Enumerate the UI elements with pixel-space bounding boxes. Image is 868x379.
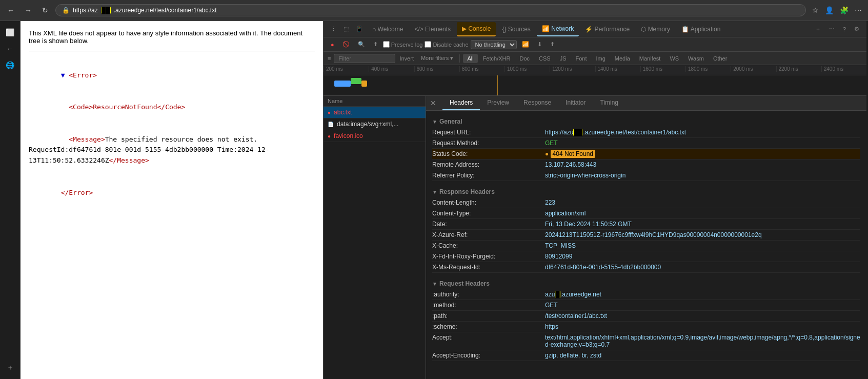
throttle-select[interactable]: No throttling (471, 40, 517, 49)
tab-network[interactable]: 📶 Network (537, 22, 579, 36)
detail-row-req-method: :method: GET (432, 300, 860, 311)
tab-memory[interactable]: ⬡ Memory (636, 23, 675, 36)
bookmark-button[interactable]: ☆ (810, 4, 821, 16)
browser-chrome: ← → ↻ 🔒 https://az██.azureedge.net/test/… (0, 0, 868, 21)
detail-value-content-length: 223 (545, 199, 555, 206)
detail-value-date: Fri, 13 Dec 2024 11:50:52 GMT (545, 221, 632, 228)
close-details-button[interactable]: ✕ (426, 97, 440, 109)
filter-tab-css[interactable]: CSS (535, 54, 555, 63)
filter-icon: ≡ (328, 55, 331, 62)
more-button[interactable]: ⋯ (853, 4, 864, 16)
forward-button[interactable]: → (22, 4, 35, 16)
help-button[interactable]: ? (840, 23, 849, 35)
toolbar-actions: ☆ 👤 🧩 ⋯ (810, 4, 864, 16)
details-tab-headers[interactable]: Headers (442, 96, 480, 110)
detail-row-x-azure-ref: X-Azure-Ref: 20241213T115051Z-r19676c9ff… (432, 230, 860, 241)
sidebar-tabs-icon[interactable]: ⬜ (3, 25, 17, 39)
browser-sidebar: ⬜ ← 🌐 ＋ (0, 21, 21, 379)
profile-button[interactable]: 👤 (823, 4, 836, 16)
preserve-log-checkbox[interactable]: Preserve log (383, 41, 423, 48)
detail-row-referrer: Referrer Policy: strict-origin-when-cros… (432, 170, 860, 181)
record-button[interactable]: ● (328, 41, 337, 49)
sidebar-plus-icon[interactable]: ＋ (3, 361, 17, 375)
detail-value-referrer: strict-origin-when-cross-origin (545, 172, 625, 179)
error-tag: <Error> (69, 71, 97, 79)
tick-1800: 1800 ms (685, 66, 731, 72)
details-tab-timing[interactable]: Timing (593, 96, 625, 110)
detail-value-url: https://azu██.azureedge.net/test/contain… (545, 129, 686, 136)
invert-button[interactable]: Invert (396, 54, 417, 63)
reload-button[interactable]: ↻ (39, 4, 51, 16)
detail-value-method: GET (545, 139, 558, 147)
filter-tab-wasm[interactable]: Wasm (684, 54, 708, 63)
upload-button[interactable]: ⬆ (547, 40, 558, 49)
network-item-favicon[interactable]: ● favicon.ico (324, 130, 426, 142)
network-item-name-3: favicon.ico (334, 132, 421, 139)
timeline-bar-green (351, 78, 361, 84)
import-button[interactable]: ⬆ (370, 40, 381, 49)
divider (459, 54, 460, 63)
network-item-data-image[interactable]: 📄 data:image/svg+xml,... (324, 118, 426, 130)
download-button[interactable]: ⬇ (534, 40, 545, 49)
tick-2400: 2400 ms (821, 66, 866, 72)
filter-tab-doc[interactable]: Doc (515, 54, 534, 63)
details-tab-response[interactable]: Response (516, 96, 558, 110)
detail-value-remote: 13.107.246.58:443 (545, 161, 596, 168)
sidebar-back-icon[interactable]: ← (3, 42, 17, 56)
extensions-button[interactable]: 🧩 (838, 4, 851, 16)
network-item-error-icon: ● (328, 110, 331, 115)
filter-tab-js[interactable]: JS (556, 54, 571, 63)
more-options-button[interactable]: ⋯ (826, 23, 838, 35)
tab-sources[interactable]: {} Sources (497, 23, 535, 36)
filter-tab-all[interactable]: All (463, 54, 477, 63)
more-filters-button[interactable]: More filters ▾ (418, 54, 456, 63)
tab-application[interactable]: 📋 Application (676, 23, 725, 36)
filter-tab-img[interactable]: Img (592, 54, 609, 63)
request-headers-section-header: ▼ Request Headers (432, 277, 860, 289)
address-bar: 🔒 https://az██.azureedge.net/test/contai… (55, 4, 806, 16)
request-details-panel: ✕ Headers Preview Response Initiator Tim… (426, 96, 866, 379)
devtools-more-actions: ＋ ⋯ ? ⚙ (812, 23, 862, 35)
filter-tab-ws[interactable]: WS (665, 54, 683, 63)
tab-console[interactable]: ▶ Console (457, 22, 496, 36)
tick-1600: 1600 ms (640, 66, 685, 72)
network-item-name-2: data:image/svg+xml,... (337, 121, 421, 128)
filter-tab-manifest[interactable]: Manifest (635, 54, 665, 63)
network-item-abc-txt[interactable]: ● abc.txt (324, 107, 426, 118)
general-section-header: ▼ General (432, 115, 860, 127)
disable-cache-checkbox[interactable]: Disable cache (425, 41, 468, 48)
filter-input[interactable] (334, 54, 395, 63)
page-content: This XML file does not appear to have an… (21, 21, 323, 379)
online-button[interactable]: 📶 (519, 40, 532, 49)
devtools-device-button[interactable]: 📱 (353, 24, 366, 34)
back-button[interactable]: ← (4, 4, 17, 16)
search-button[interactable]: 🔍 (355, 40, 368, 49)
detail-row-status: Status Code: ● 404 Not Found (432, 149, 860, 159)
clear-button[interactable]: 🚫 (339, 40, 353, 49)
detail-row-date: Date: Fri, 13 Dec 2024 11:50:52 GMT (432, 219, 860, 230)
devtools-inspect-button[interactable]: ⬚ (340, 24, 352, 34)
tab-performance[interactable]: ⚡ Performance (580, 23, 635, 36)
response-headers-section-header: ▼ Response Headers (432, 185, 860, 197)
filter-tab-font[interactable]: Font (571, 54, 591, 63)
network-content: Name ● abc.txt 📄 data:image/svg+xml,... … (324, 96, 866, 379)
devtools-dots-menu[interactable]: ⋮ (328, 24, 339, 34)
sidebar-globe-icon[interactable]: 🌐 (3, 58, 17, 72)
request-headers-arrow: ▼ (432, 281, 437, 287)
add-tab-button[interactable]: ＋ (812, 23, 824, 35)
detail-row-accept-encoding: Accept-Encoding: gzip, deflate, br, zstd (432, 350, 860, 361)
detail-value-x-fd-int: 80912099 (545, 253, 572, 260)
filter-tab-media[interactable]: Media (611, 54, 634, 63)
tick-800: 800 ms (459, 66, 504, 72)
tab-elements[interactable]: </> Elements (409, 23, 456, 36)
filter-tab-other[interactable]: Other (709, 54, 732, 63)
details-tab-preview[interactable]: Preview (480, 96, 516, 110)
lock-icon: 🔒 (62, 7, 70, 14)
details-tab-initiator[interactable]: Initiator (558, 96, 593, 110)
filter-tab-fetch-xhr[interactable]: Fetch/XHR (479, 54, 515, 63)
xml-content: ▼ <Error> <Code>ResourceNotFound</Code> … (29, 59, 315, 209)
detail-value-accept: text/html,application/xhtml+xml,applicat… (545, 334, 860, 348)
settings-button[interactable]: ⚙ (851, 23, 862, 35)
detail-value-content-type: application/xml (545, 210, 586, 217)
tab-welcome[interactable]: ⌂ Welcome (367, 23, 408, 36)
